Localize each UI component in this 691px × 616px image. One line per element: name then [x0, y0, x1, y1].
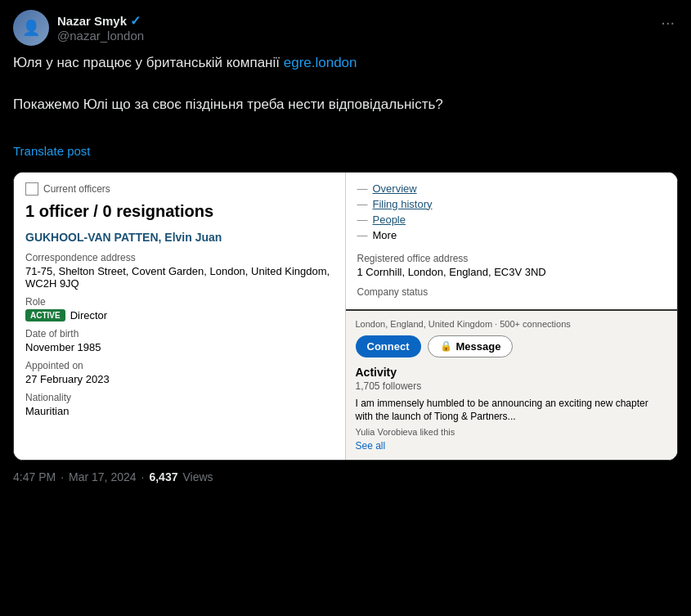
tweet-meta: 4:47 PM · Mar 17, 2024 · 6,437 Views	[13, 470, 678, 483]
views-count: 6,437	[149, 470, 177, 483]
companies-house-right: — Overview — Filing history — People — M…	[346, 173, 678, 311]
linkedin-location: London, England, United Kingdom · 500+ c…	[356, 319, 668, 329]
officer-name-link[interactable]: GUKHOOL-VAN PATTEN, Elvin Juan	[25, 231, 334, 244]
appointed-value: 27 February 2023	[25, 373, 334, 385]
more-options-button[interactable]: ···	[657, 10, 678, 35]
username: @nazar_london	[57, 29, 144, 43]
connect-button[interactable]: Connect	[356, 335, 421, 357]
screenshot-embed: Current officers 1 officer / 0 resignati…	[13, 172, 678, 461]
liked-by: Yulia Vorobieva liked this	[356, 427, 668, 437]
overview-link[interactable]: Overview	[373, 182, 417, 195]
companies-house-left: Current officers 1 officer / 0 resignati…	[14, 173, 346, 461]
nationality-label: Nationality	[25, 392, 334, 403]
registered-office-value: 1 Cornhill, London, England, EC3V 3ND	[357, 266, 666, 278]
avatar[interactable]: 👤	[13, 10, 49, 46]
nav-item-more[interactable]: — More	[357, 229, 666, 241]
message-button[interactable]: 🔒 Message	[428, 335, 514, 357]
people-link[interactable]: People	[373, 214, 406, 226]
tweet-user: 👤 Nazar Smyk ✓ @nazar_london	[13, 10, 144, 46]
filing-history-link[interactable]: Filing history	[373, 198, 433, 210]
tweet-header: 👤 Nazar Smyk ✓ @nazar_london ···	[13, 10, 678, 46]
see-all-link[interactable]: See all	[356, 440, 386, 452]
linkedin-panel: London, England, United Kingdom · 500+ c…	[346, 311, 678, 461]
lock-icon: 🔒	[440, 340, 452, 352]
right-panel: — Overview — Filing history — People — M…	[346, 173, 678, 461]
tweet-line1: Юля у нас працює у британській компанії …	[13, 52, 678, 74]
dob-value: November 1985	[25, 341, 334, 353]
followers-count: 1,705 followers	[356, 380, 668, 392]
registered-office-label: Registered office address	[357, 253, 666, 264]
views-label: Views	[182, 470, 213, 483]
avatar-image: 👤	[13, 10, 49, 46]
current-officers-label: Current officers	[25, 182, 334, 196]
linkedin-action-buttons: Connect 🔒 Message	[356, 335, 668, 357]
nav-item-overview[interactable]: — Overview	[357, 182, 666, 195]
verified-badge: ✓	[130, 13, 141, 29]
correspondence-label: Correspondence address	[25, 252, 334, 263]
tweet-body: Юля у нас працює у британській компанії …	[13, 52, 678, 162]
appointed-label: Appointed on	[25, 360, 334, 371]
more-nav-label: More	[373, 229, 397, 241]
display-name: Nazar Smyk ✓	[57, 13, 144, 29]
translate-link[interactable]: Translate post	[13, 142, 91, 161]
nav-item-filing[interactable]: — Filing history	[357, 198, 666, 210]
tweet-time: 4:47 PM	[13, 470, 56, 483]
user-info: Nazar Smyk ✓ @nazar_london	[57, 13, 144, 43]
tweet-line2: Покажемо Юлі що за своє піздіньня треба …	[13, 94, 678, 115]
role-value: Director	[70, 309, 108, 321]
officer-count: 1 officer / 0 resignations	[25, 202, 334, 221]
checkbox-icon	[25, 182, 38, 196]
correspondence-value: 71-75, Shelton Street, Covent Garden, Lo…	[25, 265, 334, 290]
role-label: Role	[25, 296, 334, 308]
activity-post-text: I am immensely humbled to be announcing …	[356, 397, 668, 425]
role-row: ACTIVE Director	[25, 309, 334, 321]
nav-item-people[interactable]: — People	[357, 214, 666, 226]
company-status-label: Company status	[357, 286, 666, 298]
dob-label: Date of birth	[25, 328, 334, 339]
dot-separator: ·	[61, 470, 64, 483]
ch-navigation: — Overview — Filing history — People — M…	[357, 182, 666, 241]
active-badge: ACTIVE	[25, 309, 65, 321]
tweet-container: 👤 Nazar Smyk ✓ @nazar_london ··· Юля у н…	[0, 0, 691, 493]
tweet-date: Mar 17, 2024	[69, 470, 137, 483]
egre-london-link[interactable]: egre.london	[284, 55, 357, 70]
dot-separator2: ·	[141, 470, 145, 483]
activity-label: Activity	[356, 366, 668, 379]
nationality-value: Mauritian	[25, 405, 334, 417]
